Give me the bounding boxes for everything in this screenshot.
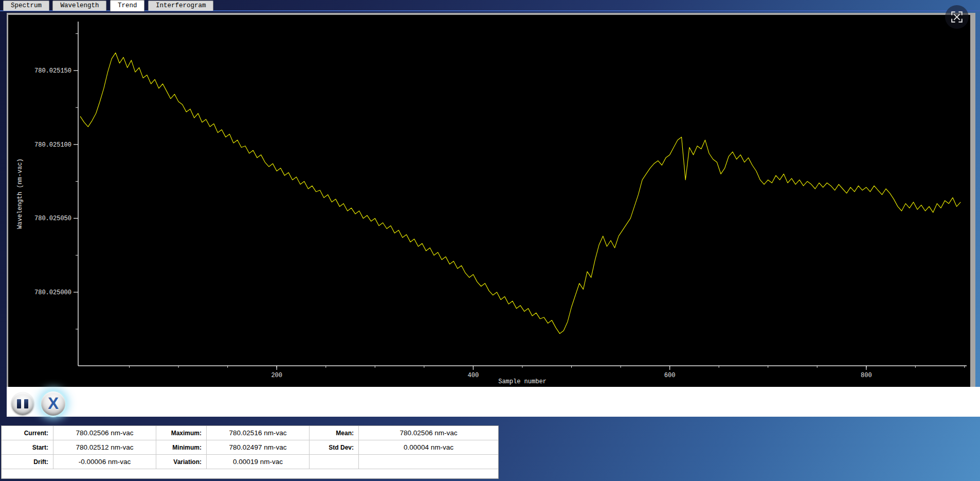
tab-spectrum[interactable]: Spectrum [3, 1, 49, 11]
stat-label-minimum: Minimum: [156, 440, 207, 455]
stat-value-drift: -0.00006 nm-vac [53, 455, 156, 469]
stat-value-variation: 0.00019 nm-vac [207, 455, 310, 469]
control-strip [7, 387, 980, 417]
stat-label-start: Start: [2, 440, 53, 455]
stat-value-current: 780.02506 nm-vac [53, 426, 156, 440]
stat-label-stddev: Std Dev: [310, 440, 359, 455]
expand-crosshair-icon [951, 11, 963, 23]
svg-text:Wavelength (nm-vac): Wavelength (nm-vac) [16, 158, 24, 229]
clear-button[interactable]: X [41, 391, 65, 416]
tab-wavelength[interactable]: Wavelength [52, 1, 106, 11]
svg-text:800: 800 [861, 372, 872, 379]
stat-value-stddev: 0.00004 nm-vac [359, 440, 498, 455]
stat-value-start: 780.02512 nm-vac [53, 440, 156, 455]
expand-plot-button[interactable] [945, 5, 969, 29]
stat-label-mean: Mean: [310, 426, 359, 440]
pause-icon [17, 399, 28, 408]
pause-button[interactable] [11, 393, 34, 415]
statistics-table: Current: 780.02506 nm-vac Maximum: 780.0… [1, 425, 499, 479]
stat-value-mean: 780.02506 nm-vac [359, 426, 498, 440]
stat-value-minimum: 780.02497 nm-vac [207, 440, 310, 455]
stat-value-maximum: 780.02516 nm-vac [207, 426, 310, 440]
tabbar-underline [0, 10, 980, 11]
svg-text:200: 200 [271, 372, 282, 379]
svg-text:780.025000: 780.025000 [34, 289, 71, 296]
stat-label-drift: Drift: [2, 455, 53, 469]
clear-x-icon: X [48, 396, 59, 412]
svg-text:400: 400 [468, 372, 479, 379]
stat-label-variation: Variation: [156, 455, 207, 469]
svg-text:Sample number: Sample number [498, 378, 547, 385]
svg-text:600: 600 [664, 372, 676, 379]
stat-label-empty [310, 455, 359, 469]
tab-trend[interactable]: Trend [110, 0, 145, 11]
svg-text:780.025150: 780.025150 [34, 67, 71, 75]
svg-text:780.025100: 780.025100 [34, 141, 71, 149]
stat-label-current: Current: [2, 426, 53, 440]
tab-bar: Spectrum Wavelength Trend Interferogram [0, 0, 980, 11]
stats-empty-row [2, 469, 498, 478]
stat-label-maximum: Maximum: [156, 426, 207, 440]
trend-chart: 780.025150780.025100780.025050780.025000… [8, 15, 970, 387]
trend-plot-area[interactable]: 780.025150780.025100780.025050780.025000… [8, 15, 970, 387]
tab-interferogram[interactable]: Interferogram [148, 1, 214, 11]
stat-value-empty [359, 455, 498, 469]
svg-text:780.025050: 780.025050 [34, 215, 71, 222]
